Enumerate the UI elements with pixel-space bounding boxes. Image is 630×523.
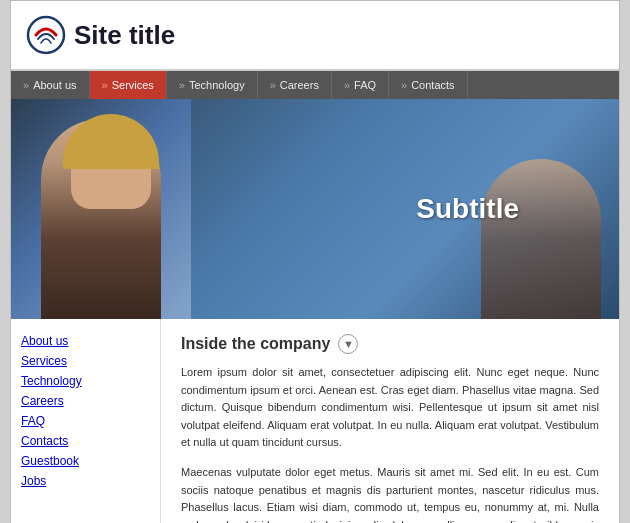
sidebar-link-faq[interactable]: FAQ (21, 414, 150, 428)
section-edit-icon[interactable]: ▼ (338, 334, 358, 354)
sidebar: About us Services Technology Careers FAQ… (11, 319, 161, 523)
page-wrapper: Site title About us Services Technology … (10, 0, 620, 523)
content-area: About us Services Technology Careers FAQ… (11, 319, 619, 523)
section-title-text: Inside the company (181, 335, 330, 353)
nav-item-services[interactable]: Services (90, 71, 167, 99)
header: Site title (11, 1, 619, 71)
main-content: Inside the company ▼ Lorem ipsum dolor s… (161, 319, 619, 523)
hero-banner: Subtitle (11, 99, 619, 319)
sidebar-link-services[interactable]: Services (21, 354, 150, 368)
sidebar-link-technology[interactable]: Technology (21, 374, 150, 388)
nav-item-faq[interactable]: FAQ (332, 71, 389, 99)
paragraph-2: Maecenas vulputate dolor eget metus. Mau… (181, 464, 599, 523)
sidebar-link-contacts[interactable]: Contacts (21, 434, 150, 448)
hero-subtitle: Subtitle (416, 193, 519, 225)
sidebar-link-about[interactable]: About us (21, 334, 150, 348)
section-title-row: Inside the company ▼ (181, 334, 599, 354)
nav-item-technology[interactable]: Technology (167, 71, 258, 99)
sidebar-link-guestbook[interactable]: Guestbook (21, 454, 150, 468)
nav-bar: About us Services Technology Careers FAQ… (11, 71, 619, 99)
nav-item-about[interactable]: About us (11, 71, 90, 99)
nav-item-careers[interactable]: Careers (258, 71, 332, 99)
hero-person-hair (63, 114, 159, 169)
site-title: Site title (74, 20, 175, 51)
hero-center-panel (191, 99, 619, 319)
hero-person2 (481, 159, 601, 319)
nav-item-contacts[interactable]: Contacts (389, 71, 468, 99)
sidebar-link-jobs[interactable]: Jobs (21, 474, 150, 488)
sidebar-link-careers[interactable]: Careers (21, 394, 150, 408)
logo-icon (26, 15, 66, 55)
paragraph-1: Lorem ipsum dolor sit amet, consectetuer… (181, 364, 599, 452)
